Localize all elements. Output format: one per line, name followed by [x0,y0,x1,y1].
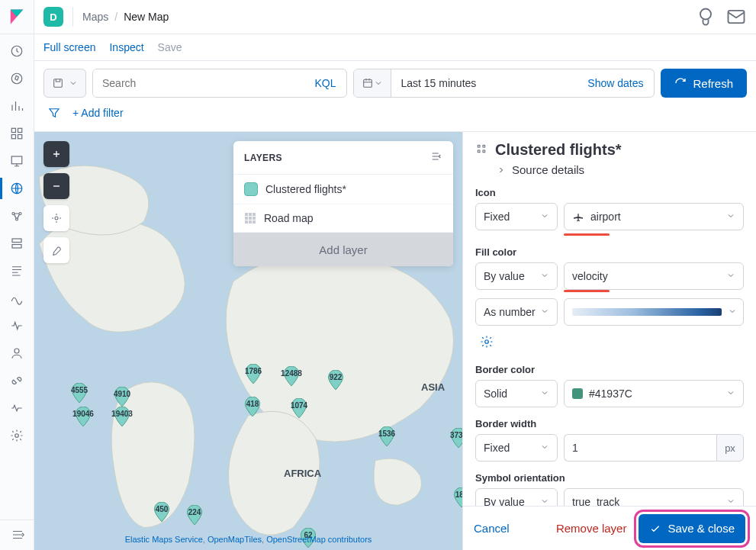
nav-dev[interactable] [0,367,34,394]
timerange-quick-button[interactable] [354,69,391,97]
roadmap-icon [244,212,256,224]
bordercolor-mode-select[interactable]: Solid [475,380,558,407]
borderwidth-unit: px [716,434,744,462]
svg-rect-32 [483,145,485,147]
nav-rail [0,0,34,550]
filter-menu-button[interactable] [43,102,65,124]
orientation-field-select[interactable]: true_track [564,488,744,506]
svg-rect-24 [245,217,248,220]
layer-item[interactable]: Road map [233,204,453,233]
grip-icon [475,143,487,158]
source-details-label: Source details [512,163,584,176]
svg-rect-28 [249,220,252,224]
icon-value-select[interactable]: airport [564,203,744,230]
kql-toggle[interactable]: KQL [304,69,346,97]
svg-rect-25 [249,217,252,220]
cluster-marker[interactable]: 1074 [289,398,309,418]
cluster-marker[interactable]: 19403 [112,407,132,426]
cluster-marker[interactable]: 12488 [281,366,301,386]
remove-layer-button[interactable]: Remove layer [556,522,627,535]
user-avatar[interactable]: D [43,7,63,27]
orientation-mode-select[interactable]: By value [475,488,558,506]
nav-logs[interactable] [0,257,34,285]
cluster-marker[interactable]: 418 [243,397,262,417]
add-layer-button[interactable]: Add layer [233,233,453,266]
source-details-toggle[interactable]: Source details [463,163,756,184]
highlight-marker [564,233,610,236]
add-filter-button[interactable]: + Add filter [72,107,124,119]
cluster-marker[interactable]: 3730 [449,428,462,448]
cluster-marker[interactable]: 1786 [243,364,263,384]
nav-recent[interactable] [0,37,34,65]
save-and-close-button[interactable]: Save & close [639,514,745,543]
nav-maps[interactable] [0,175,34,202]
cluster-marker[interactable]: 922 [326,370,346,390]
layer-title: Clustered flights* [495,141,744,159]
nav-monitoring[interactable] [0,394,34,422]
timerange-display[interactable]: Last 15 minutes [391,69,577,97]
fillcolor-ramp-select[interactable] [564,298,744,326]
cluster-marker[interactable]: 450 [152,502,172,522]
svg-point-14 [15,434,19,438]
collapse-rail-button[interactable] [0,519,34,544]
bordercolor-value-select[interactable]: #41937C [564,380,744,407]
nav-ml[interactable] [0,202,34,230]
svg-rect-3 [18,128,22,132]
svg-rect-11 [12,239,21,243]
cancel-button[interactable]: Cancel [474,522,510,535]
breadcrumb-app[interactable]: Maps [82,11,108,23]
fillcolor-settings-button[interactable] [475,330,498,353]
breadcrumb: Maps / New Map [82,11,169,23]
nav-uptime[interactable] [0,312,34,339]
saved-queries-button[interactable] [43,69,86,98]
full-screen-link[interactable]: Full screen [43,41,95,53]
borderwidth-input[interactable]: 1 [564,434,716,462]
search-input[interactable] [93,69,304,97]
kibana-logo[interactable] [0,0,34,34]
nav-apm[interactable] [0,285,34,312]
icon-mode-select[interactable]: Fixed [475,203,558,230]
show-dates-button[interactable]: Show dates [577,69,654,97]
attr-link[interactable]: OpenStreetMap contributors [266,535,372,544]
fillcolor-mode-select[interactable]: By value [475,262,558,290]
nav-management[interactable] [0,422,34,449]
cluster-marker[interactable]: 19046 [73,407,93,426]
nav-dashboard[interactable] [0,120,34,147]
symbol-orientation-label: Symbol orientation [475,472,744,484]
layers-title: LAYERS [244,153,282,163]
cluster-marker[interactable]: 4555 [69,383,89,403]
zoom-in-button[interactable] [43,141,69,167]
svg-rect-6 [11,156,22,164]
chevron-down-icon [374,79,383,88]
tools-button[interactable] [43,237,69,263]
fillcolor-asnumber-select[interactable]: As number [475,298,558,326]
cluster-marker[interactable]: 1536 [377,426,397,446]
nav-discover[interactable] [0,65,34,92]
attr-link[interactable]: OpenMapTiles [207,535,262,544]
layer-item[interactable]: Clustered flights* [233,175,453,204]
nav-visualize[interactable] [0,92,34,120]
layer-label: Road map [264,212,314,224]
fit-bounds-button[interactable] [43,205,69,231]
newsfeed-button[interactable] [695,6,716,27]
map-canvas[interactable]: LAYERS Clustered flights* Road map [34,132,462,550]
svg-rect-4 [11,135,15,139]
borderwidth-mode-select[interactable]: Fixed [475,434,558,462]
cluster-marker[interactable]: 4910 [112,387,132,407]
cluster-marker[interactable]: 182 [452,487,462,507]
mail-button[interactable] [725,6,747,27]
svg-rect-15 [700,9,711,20]
svg-rect-17 [54,79,63,88]
collapse-layers-button[interactable] [430,150,442,165]
nav-siem[interactable] [0,339,34,367]
svg-point-20 [55,217,58,220]
fillcolor-field-select[interactable]: velocity [564,262,744,290]
icon-field-label: Icon [475,187,744,198]
nav-canvas[interactable] [0,147,34,175]
refresh-button[interactable]: Refresh [661,69,747,98]
nav-infra[interactable] [0,230,34,257]
cluster-marker[interactable]: 224 [185,505,204,525]
zoom-out-button[interactable] [43,173,69,199]
attr-link[interactable]: Elastic Maps Service [125,535,203,544]
inspect-link[interactable]: Inspect [109,41,143,53]
